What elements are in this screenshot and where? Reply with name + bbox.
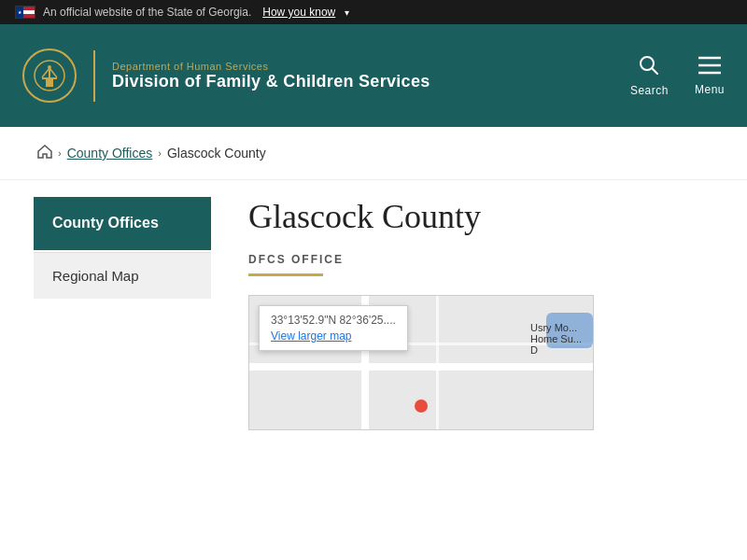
menu-icon	[698, 56, 721, 79]
site-header: Department of Human Services Division of…	[0, 24, 747, 127]
map-pin	[415, 399, 428, 413]
header-text: Department of Human Services Division of…	[112, 61, 430, 91]
header-divider	[93, 50, 95, 102]
content-area: Glascock County DFCS OFFICE Usry Mo... H…	[211, 180, 747, 447]
how-you-know-link[interactable]: How you know	[262, 6, 335, 19]
georgia-flag: ★	[15, 6, 35, 19]
breadcrumb-sep-1: ›	[58, 147, 62, 159]
svg-line-4	[42, 68, 49, 77]
usry-text: Usry Mo...	[530, 322, 582, 333]
map-road-horizontal	[249, 363, 593, 371]
map-coordinates: 33°13'52.9"N 82°36'25....	[271, 314, 396, 327]
menu-label: Menu	[695, 83, 725, 96]
home-supply-text: Home Su...	[530, 333, 582, 344]
breadcrumb-sep-2: ›	[158, 147, 162, 159]
search-label: Search	[630, 84, 669, 97]
official-text: An official website of the State of Geor…	[43, 6, 251, 19]
breadcrumb-county-offices-link[interactable]: County Offices	[67, 146, 153, 161]
map-popup: 33°13'52.9"N 82°36'25.... View larger ma…	[259, 305, 408, 351]
map-usry-label: Usry Mo... Home Su... D	[530, 322, 582, 356]
breadcrumb-current: Glascock County	[167, 146, 266, 161]
section-label: DFCS OFFICE	[248, 253, 710, 266]
svg-point-6	[48, 65, 51, 69]
svg-line-5	[49, 68, 57, 77]
header-actions: Search Menu	[630, 55, 725, 97]
sidebar: County Offices Regional Map	[34, 197, 211, 447]
header-logo-area: Department of Human Services Division of…	[22, 49, 430, 103]
search-icon	[639, 55, 659, 80]
top-bar: ★ An official website of the State of Ge…	[0, 0, 747, 24]
svg-rect-1	[46, 79, 53, 87]
sidebar-county-offices-label: County Offices	[52, 215, 159, 231]
main-layout: County Offices Regional Map Glascock Cou…	[0, 180, 747, 447]
map-embed[interactable]: Usry Mo... Home Su... D 33°13'52.9"N 82°…	[248, 295, 594, 430]
breadcrumb: › County Offices › Glascock County	[0, 127, 747, 180]
home-icon[interactable]	[37, 144, 52, 162]
sidebar-item-regional-map[interactable]: Regional Map	[34, 252, 211, 299]
sidebar-regional-map-label: Regional Map	[52, 268, 139, 284]
agency-logo	[22, 49, 77, 103]
section-underline	[248, 273, 323, 276]
view-larger-map-link[interactable]: View larger map	[271, 329, 351, 343]
road-label-text: D	[530, 344, 582, 356]
page-title: Glascock County	[248, 197, 710, 236]
search-button[interactable]: Search	[630, 55, 669, 97]
header-subtitle: Department of Human Services	[112, 61, 430, 72]
menu-button[interactable]: Menu	[695, 56, 725, 96]
chevron-down-icon: ▾	[345, 7, 349, 18]
sidebar-item-county-offices[interactable]: County Offices	[34, 197, 211, 250]
header-title: Division of Family & Children Services	[112, 72, 430, 91]
svg-line-8	[652, 68, 657, 74]
